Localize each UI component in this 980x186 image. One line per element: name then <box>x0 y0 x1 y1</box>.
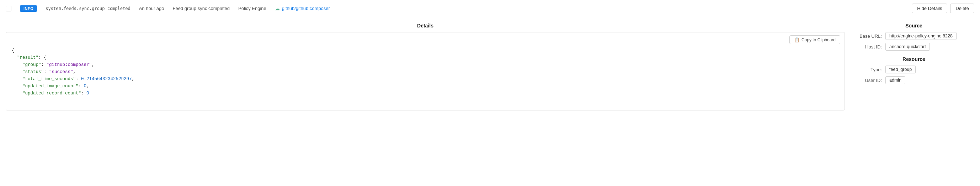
source-section-title: Source <box>853 23 974 29</box>
user-id-row: User ID: admin <box>853 76 974 84</box>
host-id-row: Host ID: anchore-quickstart <box>853 43 974 51</box>
top-bar-actions: Hide Details Delete <box>912 3 974 13</box>
event-type: system.feeds.sync.group_completed <box>46 6 130 11</box>
source-name: Policy Engine <box>238 6 266 11</box>
source-section: Source Base URL: http://engine-policy-en… <box>853 23 974 51</box>
base-url-value: http://engine-policy-engine:8228 <box>885 32 956 40</box>
code-box: 📋 Copy to Clipboard { "result": { "group… <box>6 32 845 111</box>
base-url-row: Base URL: http://engine-policy-engine:82… <box>853 32 974 40</box>
user-id-value: admin <box>885 76 905 84</box>
resource-section-title: Resource <box>853 56 974 62</box>
host-id-value: anchore-quickstart <box>885 43 930 51</box>
details-panel: Details 📋 Copy to Clipboard { "result": … <box>6 23 845 111</box>
row-checkbox[interactable] <box>6 6 11 11</box>
copy-btn-label: Copy to Clipboard <box>802 37 836 42</box>
copy-to-clipboard-button[interactable]: 📋 Copy to Clipboard <box>789 35 840 44</box>
timestamp: An hour ago <box>139 6 164 11</box>
details-title: Details <box>6 23 845 29</box>
host-id-label: Host ID: <box>853 44 882 50</box>
top-bar: INFO system.feeds.sync.group_completed A… <box>0 0 980 17</box>
type-label: Type: <box>853 67 882 72</box>
description: Feed group sync completed <box>173 6 230 11</box>
user-id-label: User ID: <box>853 78 882 83</box>
code-content[interactable]: { "result": { "group": "github:composer"… <box>6 46 845 101</box>
clipboard-icon: 📋 <box>794 37 800 42</box>
delete-button[interactable]: Delete <box>950 3 974 13</box>
type-row: Type: feed_group <box>853 66 974 74</box>
right-panel: Source Base URL: http://engine-policy-en… <box>853 23 974 90</box>
resource-section: Resource Type: feed_group User ID: admin <box>853 56 974 84</box>
base-url-label: Base URL: <box>853 34 882 39</box>
info-badge: INFO <box>20 5 37 12</box>
source-link-text: github/github:composer <box>282 6 330 11</box>
copy-btn-area: 📋 Copy to Clipboard <box>6 32 845 46</box>
cloud-icon: ☁ <box>275 6 280 11</box>
source-link[interactable]: ☁ github/github:composer <box>275 6 330 11</box>
main-content: Details 📋 Copy to Clipboard { "result": … <box>0 17 980 116</box>
hide-details-button[interactable]: Hide Details <box>912 3 947 13</box>
type-value: feed_group <box>885 66 916 74</box>
